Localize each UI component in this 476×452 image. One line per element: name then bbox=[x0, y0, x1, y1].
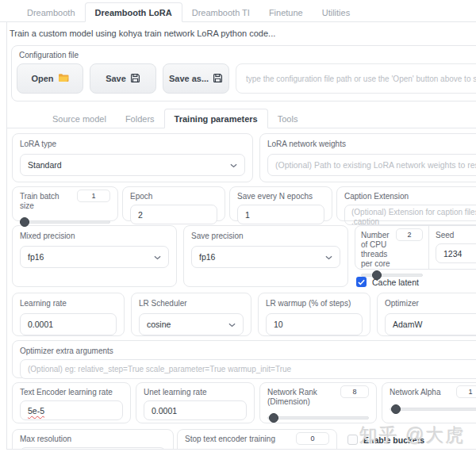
field-train-batch-size: Train batch size 1 bbox=[12, 186, 118, 221]
text-encoder-lr-input[interactable]: 5e-5 bbox=[20, 400, 123, 420]
save-as-config-button[interactable]: Save as... bbox=[163, 63, 229, 94]
tab-dreambooth-ti[interactable]: Dreambooth TI bbox=[182, 3, 259, 21]
lr-scheduler-dropdown[interactable]: cosine bbox=[139, 313, 244, 335]
kohya-gui-screen: Dreambooth Dreambooth LoRA Dreambooth TI… bbox=[0, 0, 476, 452]
network-alpha-value[interactable]: 1 bbox=[456, 385, 476, 398]
network-rank-label: Network Rank (Dimension) bbox=[267, 388, 337, 407]
field-optimizer-extra-args: Optimizer extra arguments bbox=[12, 340, 476, 378]
field-lr-warmup: LR warmup (% of steps) 10 bbox=[258, 293, 370, 336]
max-resolution-input[interactable]: 512,512 bbox=[20, 447, 166, 450]
open-config-button-label: Open bbox=[31, 74, 53, 83]
unet-lr-input[interactable]: 0.0001 bbox=[144, 400, 247, 420]
tab-source-model[interactable]: Source model bbox=[43, 109, 116, 128]
optimizer-extra-args-input[interactable] bbox=[20, 359, 476, 379]
lora-network-weights-input[interactable] bbox=[267, 154, 476, 176]
field-text-encoder-lr: Text Encoder learning rate 5e-5 bbox=[12, 382, 131, 423]
mixed-precision-dropdown[interactable]: fp16 bbox=[20, 246, 169, 268]
slider-track bbox=[267, 416, 369, 419]
caption-extension-input[interactable]: (Optional) Extension for caption files, … bbox=[344, 205, 476, 225]
field-network-rank: Network Rank (Dimension) 8 bbox=[259, 382, 377, 423]
network-rank-slider[interactable] bbox=[267, 412, 369, 423]
learning-rate-input[interactable]: 0.0001 bbox=[20, 313, 117, 335]
text-encoder-lr-value: 5e-5 bbox=[28, 406, 44, 416]
chevron-down-icon bbox=[154, 252, 161, 262]
seed-value: 1234 bbox=[443, 249, 462, 259]
train-batch-size-slider[interactable] bbox=[20, 216, 110, 228]
train-batch-size-value[interactable]: 1 bbox=[77, 190, 110, 202]
epoch-input[interactable]: 2 bbox=[130, 205, 217, 224]
field-caption-extension: Caption Extension (Optional) Extension f… bbox=[336, 186, 476, 221]
tab-dreambooth[interactable]: Dreambooth bbox=[17, 3, 85, 21]
lr-warmup-input[interactable]: 10 bbox=[266, 313, 363, 335]
cpu-threads-label: Number of CPU threads per core bbox=[361, 231, 393, 269]
mixed-precision-label: Mixed precision bbox=[20, 232, 169, 241]
slider-handle[interactable] bbox=[269, 413, 278, 423]
lora-network-weights-label: LoRA network weights bbox=[267, 140, 476, 149]
optimizer-extra-args-input-field[interactable] bbox=[28, 365, 476, 373]
lr-warmup-value: 10 bbox=[274, 320, 283, 329]
save-config-button[interactable]: Save bbox=[90, 63, 156, 94]
field-lr-scheduler: LR Scheduler cosine bbox=[131, 293, 251, 336]
tab-utilities[interactable]: Utilities bbox=[313, 3, 359, 21]
save-config-button-label: Save bbox=[106, 74, 126, 83]
panel-description: Train a custom model using kohya train n… bbox=[7, 22, 476, 45]
floppy-icon bbox=[213, 73, 223, 85]
lr-scheduler-value: cosine bbox=[147, 320, 171, 329]
unet-lr-value: 0.0001 bbox=[152, 406, 177, 416]
field-save-every-n-epochs: Save every N epochs 1 bbox=[229, 186, 332, 221]
text-encoder-lr-label: Text Encoder learning rate bbox=[20, 388, 123, 397]
lora-type-dropdown[interactable]: Standard bbox=[20, 154, 245, 176]
tab-finetune[interactable]: Finetune bbox=[259, 3, 313, 21]
save-as-config-button-label: Save as... bbox=[169, 74, 209, 83]
lr-warmup-label: LR warmup (% of steps) bbox=[266, 299, 363, 308]
learning-rate-value: 0.0001 bbox=[28, 320, 53, 329]
field-save-precision: Save precision fp16 bbox=[183, 225, 348, 287]
cpu-seed-cache-group: Number of CPU threads per core 2 Seed bbox=[355, 225, 476, 287]
field-network-alpha: Network Alpha 1 bbox=[382, 382, 476, 423]
seed-label: Seed bbox=[436, 231, 476, 240]
caption-extension-label: Caption Extension bbox=[344, 192, 476, 201]
network-alpha-label: Network Alpha bbox=[390, 388, 440, 397]
cpu-threads-value[interactable]: 2 bbox=[396, 228, 423, 241]
mixed-precision-value: fp16 bbox=[28, 252, 44, 262]
save-precision-value: fp16 bbox=[199, 252, 215, 262]
configuration-file-group: Configuration file Open Save Save as... bbox=[11, 45, 476, 102]
optimizer-label: Optimizer bbox=[385, 299, 476, 308]
optimizer-dropdown[interactable]: AdamW bbox=[385, 313, 476, 335]
field-max-resolution: Max resolution 512,512 bbox=[12, 429, 174, 450]
network-rank-value[interactable]: 8 bbox=[340, 385, 369, 398]
sub-tab-bar: Source model Folders Training parameters… bbox=[7, 109, 476, 128]
cpu-threads-slider[interactable] bbox=[361, 270, 423, 281]
lr-scheduler-label: LR Scheduler bbox=[139, 299, 244, 308]
save-every-n-epochs-input[interactable]: 1 bbox=[237, 205, 324, 224]
enable-buckets-row[interactable]: Enable buckets bbox=[347, 435, 476, 445]
config-path-input[interactable] bbox=[236, 63, 476, 94]
tab-folders[interactable]: Folders bbox=[116, 109, 164, 128]
seed-input[interactable]: 1234 bbox=[436, 243, 476, 263]
network-alpha-slider[interactable] bbox=[390, 404, 476, 415]
field-stop-text-encoder-training: Stop text encoder training 0 bbox=[177, 429, 337, 450]
tab-tools[interactable]: Tools bbox=[268, 109, 308, 128]
slider-handle[interactable] bbox=[391, 404, 401, 414]
slider-handle[interactable] bbox=[20, 217, 29, 227]
chevron-down-icon bbox=[325, 252, 332, 262]
stop-text-encoder-training-value[interactable]: 0 bbox=[296, 432, 329, 445]
dreambooth-lora-panel: Train a custom model using kohya train n… bbox=[6, 22, 476, 450]
save-every-n-epochs-value: 1 bbox=[245, 210, 250, 220]
tab-dreambooth-lora[interactable]: Dreambooth LoRA bbox=[85, 2, 182, 22]
train-batch-size-label: Train batch size bbox=[20, 192, 74, 211]
tab-training-parameters[interactable]: Training parameters bbox=[164, 109, 268, 128]
save-precision-dropdown[interactable]: fp16 bbox=[191, 246, 340, 268]
lora-network-weights-input-field[interactable] bbox=[275, 160, 476, 170]
lora-type-label: LoRA type bbox=[20, 140, 245, 149]
enable-buckets-label: Enable buckets bbox=[363, 435, 424, 445]
folder-icon bbox=[58, 73, 69, 84]
open-config-button[interactable]: Open bbox=[17, 63, 83, 94]
epoch-value: 2 bbox=[138, 210, 143, 220]
slider-handle[interactable] bbox=[372, 270, 382, 280]
epoch-label: Epoch bbox=[130, 192, 217, 201]
training-parameters-panel: LoRA type Standard LoRA network weights bbox=[7, 128, 476, 450]
cpu-seed-box: Number of CPU threads per core 2 Seed bbox=[355, 225, 476, 270]
enable-buckets-checkbox[interactable] bbox=[347, 435, 358, 445]
lora-type-value: Standard bbox=[28, 160, 62, 170]
